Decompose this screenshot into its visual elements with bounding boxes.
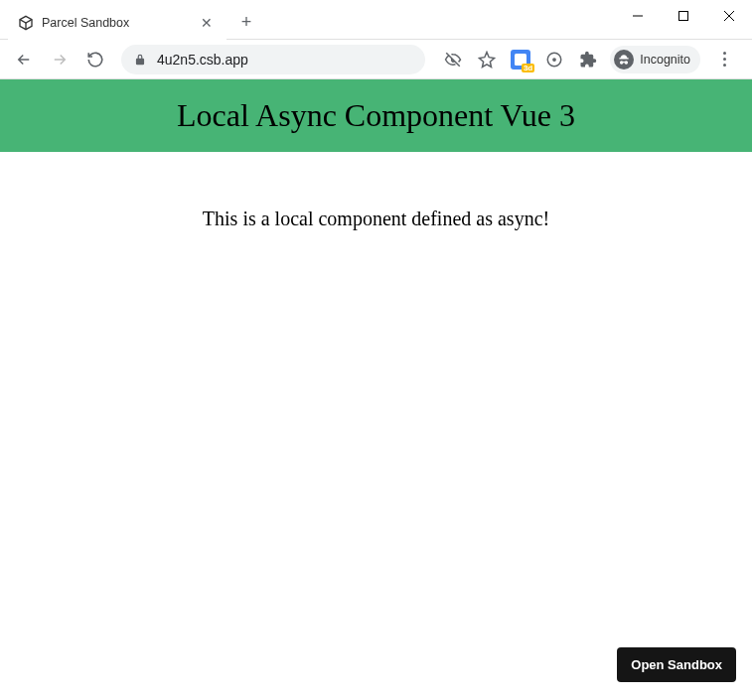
incognito-chip[interactable]: Incognito	[610, 46, 700, 73]
circle-icon[interactable]	[542, 48, 566, 71]
tab-title: Parcel Sandbox	[42, 16, 189, 30]
back-button[interactable]	[8, 44, 40, 75]
url-text: 4u2n5.csb.app	[157, 52, 248, 68]
maximize-button[interactable]	[661, 0, 706, 32]
lock-icon	[133, 53, 147, 67]
page-banner: Local Async Component Vue 3	[0, 79, 752, 152]
eye-off-icon[interactable]	[441, 48, 465, 71]
svg-point-6	[553, 58, 555, 60]
extension-badge: 3d	[522, 64, 534, 72]
reload-button[interactable]	[79, 44, 111, 75]
svg-rect-1	[679, 12, 688, 21]
close-icon[interactable]: ✕	[197, 16, 217, 30]
minimize-button[interactable]	[615, 0, 661, 32]
browser-toolbar: 4u2n5.csb.app 3d Incognito	[0, 40, 752, 79]
incognito-label: Incognito	[640, 53, 690, 67]
kebab-menu-icon[interactable]	[710, 46, 738, 73]
new-tab-button[interactable]: +	[232, 8, 260, 36]
toolbar-icons: 3d Incognito	[435, 46, 744, 73]
open-sandbox-button[interactable]: Open Sandbox	[617, 647, 736, 682]
page-body-text: This is a local component defined as asy…	[0, 208, 752, 230]
window-titlebar: Parcel Sandbox ✕ +	[0, 0, 752, 40]
forward-button[interactable]	[44, 44, 75, 75]
browser-tab[interactable]: Parcel Sandbox ✕	[8, 6, 226, 40]
cube-icon	[18, 15, 34, 31]
star-icon[interactable]	[475, 48, 499, 71]
puzzle-icon[interactable]	[576, 48, 600, 71]
page-viewport: Local Async Component Vue 3 This is a lo…	[0, 79, 752, 700]
page-heading: Local Async Component Vue 3	[0, 97, 752, 134]
extension-icon[interactable]: 3d	[509, 48, 532, 71]
window-close-button[interactable]	[706, 0, 752, 32]
window-controls	[615, 0, 752, 32]
incognito-icon	[614, 50, 634, 70]
address-bar[interactable]: 4u2n5.csb.app	[121, 45, 425, 74]
